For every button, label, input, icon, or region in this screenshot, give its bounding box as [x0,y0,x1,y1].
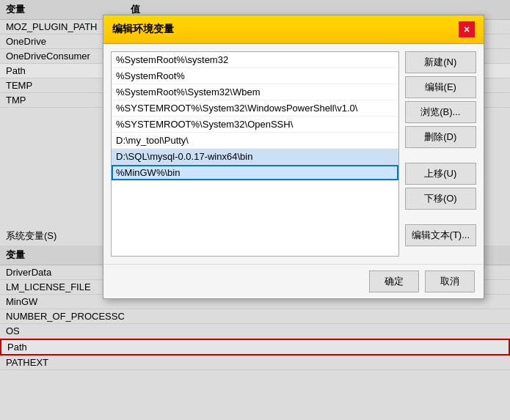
new-btn[interactable]: 新建(N) [405,51,476,73]
list-item-editing[interactable] [112,165,398,180]
cancel-button[interactable]: 取消 [425,270,475,292]
modal-action-buttons: 新建(N) 编辑(E) 浏览(B)... 删除(D) 上移(U) 下移(O) 编… [405,51,476,257]
modal-close-button[interactable]: × [459,21,475,37]
list-item[interactable]: D:\my_tool\Putty\ [112,133,398,149]
delete-btn[interactable]: 删除(D) [405,126,476,148]
modal-titlebar: 编辑环境变量 × [103,15,484,44]
down-btn[interactable]: 下移(O) [405,188,476,210]
edit-env-var-modal: 编辑环境变量 × %SystemRoot%\system32 %SystemRo… [103,15,484,299]
list-item[interactable]: %SystemRoot%\system32 [112,52,398,68]
ok-button[interactable]: 确定 [369,270,419,292]
up-btn[interactable]: 上移(U) [405,163,476,185]
list-item[interactable]: D:\SQL\mysql-0.0.17-winx64\bin [112,149,398,165]
modal-title: 编辑环境变量 [112,23,174,36]
edit-btn[interactable]: 编辑(E) [405,76,476,98]
list-item[interactable]: %SystemRoot%\System32\Wbem [112,84,398,100]
path-edit-input[interactable] [116,167,394,178]
modal-body: %SystemRoot%\system32 %SystemRoot% %Syst… [103,44,484,264]
browse-btn[interactable]: 浏览(B)... [405,101,476,123]
list-item[interactable]: %SystemRoot% [112,68,398,84]
list-item[interactable]: %SYSTEMROOT%\System32\WindowsPowerShell\… [112,100,398,117]
modal-footer: 确定 取消 [103,264,484,298]
list-item[interactable]: %SYSTEMROOT%\System32\OpenSSH\ [112,117,398,133]
edit-text-btn[interactable]: 编辑文本(T)... [405,224,476,246]
path-list[interactable]: %SystemRoot%\system32 %SystemRoot% %Syst… [111,51,399,257]
